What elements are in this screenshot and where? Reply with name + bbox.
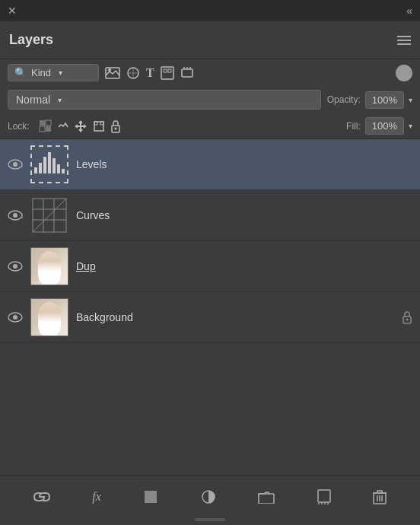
circle-filter-icon[interactable] bbox=[126, 66, 140, 80]
panel-header: Layers bbox=[0, 21, 420, 59]
svg-rect-6 bbox=[182, 69, 192, 77]
svg-rect-35 bbox=[259, 494, 274, 504]
svg-point-27 bbox=[13, 264, 18, 269]
blend-dropdown-arrow: ▾ bbox=[58, 96, 62, 104]
opacity-value[interactable]: 100% bbox=[365, 91, 404, 109]
collapse-icon[interactable]: « bbox=[406, 5, 412, 17]
fill-group: Fill: 100% ▾ bbox=[346, 117, 412, 135]
layer-name: Dup bbox=[76, 260, 412, 272]
layer-lock-icon bbox=[402, 310, 412, 324]
layer-name: Curves bbox=[76, 209, 412, 221]
lock-transparency-icon[interactable] bbox=[39, 119, 52, 133]
svg-rect-9 bbox=[40, 126, 45, 132]
background-thumb bbox=[30, 298, 68, 336]
svg-point-29 bbox=[13, 315, 18, 320]
resize-handle[interactable] bbox=[0, 517, 420, 525]
lock-row: Lock: Fill: 100% ▾ bbox=[0, 113, 420, 139]
layers-panel: ✕ « Layers 🔍 Kind ▾ T bbox=[0, 0, 420, 525]
kind-dropdown[interactable]: 🔍 Kind ▾ bbox=[8, 64, 99, 81]
visibility-icon[interactable] bbox=[8, 312, 23, 323]
blend-opacity-row: Normal ▾ Opacity: 100% ▾ bbox=[0, 86, 420, 113]
fill-layer-icon[interactable] bbox=[140, 486, 161, 508]
link-icon[interactable] bbox=[30, 488, 53, 506]
svg-rect-10 bbox=[46, 126, 51, 132]
bottom-toolbar: fx bbox=[0, 476, 420, 517]
layer-item[interactable]: Background bbox=[0, 292, 420, 343]
kind-label: Kind bbox=[31, 67, 51, 78]
layer-name: Levels bbox=[76, 158, 412, 170]
lock-artboard-icon[interactable] bbox=[92, 119, 106, 133]
layer-item[interactable]: ↓ Curves bbox=[0, 190, 420, 241]
lock-image-icon[interactable] bbox=[57, 119, 69, 133]
visibility-icon[interactable] bbox=[8, 261, 23, 272]
clip-arrow-icon: ↓ bbox=[20, 210, 24, 221]
opacity-dropdown-arrow[interactable]: ▾ bbox=[409, 96, 412, 104]
svg-rect-7 bbox=[40, 120, 45, 126]
svg-point-17 bbox=[13, 162, 18, 167]
layer-name: Background bbox=[76, 311, 394, 323]
svg-point-19 bbox=[13, 213, 18, 218]
blend-mode-dropdown[interactable]: Normal ▾ bbox=[8, 90, 321, 110]
panel-title: Layers bbox=[9, 32, 53, 48]
layers-list: ↓ Levels bbox=[0, 139, 420, 476]
svg-rect-36 bbox=[318, 490, 330, 502]
search-icon: 🔍 bbox=[14, 67, 27, 78]
close-icon[interactable]: ✕ bbox=[8, 5, 17, 17]
svg-rect-3 bbox=[161, 67, 173, 79]
layer-item[interactable]: Dup bbox=[0, 241, 420, 292]
blend-mode-value: Normal bbox=[16, 94, 50, 106]
fill-label: Fill: bbox=[346, 121, 361, 132]
lock-label: Lock: bbox=[8, 121, 30, 132]
top-bar: ✕ « bbox=[0, 0, 420, 21]
kind-dropdown-arrow: ▾ bbox=[59, 68, 62, 77]
fx-button[interactable]: fx bbox=[89, 487, 104, 507]
adjustment-layer-icon[interactable] bbox=[198, 486, 219, 508]
smart-filter-icon[interactable] bbox=[180, 66, 194, 80]
opacity-group: Opacity: 100% ▾ bbox=[327, 91, 412, 109]
delete-icon[interactable] bbox=[370, 486, 390, 508]
lock-icons bbox=[39, 119, 121, 133]
image-filter-icon[interactable] bbox=[105, 67, 120, 79]
curves-thumb bbox=[30, 196, 68, 234]
fill-dropdown-arrow[interactable]: ▾ bbox=[409, 122, 412, 130]
toggle-circle[interactable] bbox=[396, 65, 412, 81]
lock-position-icon[interactable] bbox=[74, 119, 88, 133]
path-filter-icon[interactable] bbox=[161, 66, 174, 80]
lock-all-icon[interactable] bbox=[110, 119, 121, 133]
svg-point-15 bbox=[114, 127, 116, 129]
svg-point-1 bbox=[108, 68, 111, 72]
svg-rect-5 bbox=[168, 69, 171, 72]
svg-rect-8 bbox=[46, 120, 51, 126]
kind-row: 🔍 Kind ▾ T bbox=[0, 59, 420, 86]
svg-line-25 bbox=[33, 199, 66, 232]
mask-icon[interactable] bbox=[314, 486, 334, 508]
svg-rect-4 bbox=[164, 69, 167, 72]
panel-menu-button[interactable] bbox=[397, 36, 411, 45]
clip-arrow-icon: ↓ bbox=[20, 159, 24, 170]
dup-thumb bbox=[30, 247, 68, 285]
opacity-label: Opacity: bbox=[327, 94, 361, 105]
layer-item[interactable]: ↓ Levels bbox=[0, 139, 420, 190]
text-filter-icon[interactable]: T bbox=[146, 66, 154, 80]
fill-value[interactable]: 100% bbox=[365, 117, 404, 135]
svg-rect-11 bbox=[94, 122, 103, 131]
svg-point-31 bbox=[406, 319, 409, 321]
levels-thumb bbox=[30, 145, 68, 183]
group-icon[interactable] bbox=[255, 487, 278, 507]
svg-rect-33 bbox=[145, 491, 157, 503]
